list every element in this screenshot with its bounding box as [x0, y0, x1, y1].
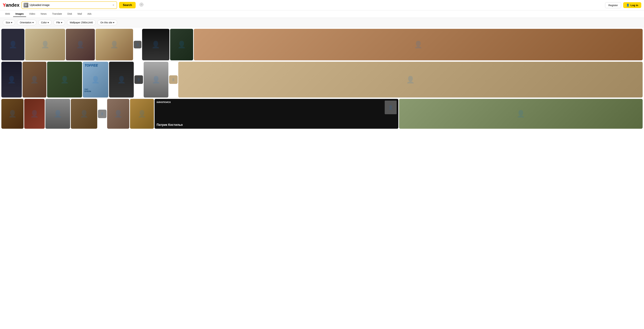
image-item-toffee[interactable]: Toffee ZACEFRON 👤: [83, 62, 108, 97]
toffee-text: Toffee: [84, 63, 98, 67]
svg-point-1: [141, 4, 142, 5]
filter-on-this-site[interactable]: On this site ▾: [98, 20, 117, 25]
image-item[interactable]: 👤: [25, 29, 65, 60]
image-item[interactable]: 👤: [107, 99, 129, 129]
kinopoisk-logo: КИНОПОИСК: [156, 101, 396, 103]
image-row-2: 👤 👤 👤 Toffee ZACEFRON 👤 👤 👤 👤 👤 👤: [1, 62, 643, 97]
chevron-down-icon: ▾: [61, 21, 62, 24]
image-item[interactable]: 👤: [144, 62, 168, 97]
kinopoisk-person-name: Патрик Костильо: [156, 123, 396, 127]
svg-point-0: [140, 3, 143, 6]
camera-search-button[interactable]: [138, 1, 145, 9]
nav-mail[interactable]: Mail: [75, 11, 84, 17]
logo-y: Y: [3, 2, 6, 8]
image-item[interactable]: 👤: [1, 62, 22, 97]
image-item-small[interactable]: 👤: [134, 75, 143, 84]
logo[interactable]: Yandex: [3, 2, 20, 8]
kinopoisk-card: КИНОПОИСК Патрик Костильо: [154, 99, 398, 129]
chevron-down-icon: ▾: [11, 21, 12, 24]
image-item[interactable]: 👤: [96, 29, 133, 60]
image-item[interactable]: 👤: [22, 62, 46, 97]
register-button[interactable]: Register: [605, 2, 621, 8]
kinopoisk-photo: 👤: [385, 101, 397, 114]
chevron-down-icon: ▾: [48, 21, 49, 24]
image-item[interactable]: 👤: [46, 99, 70, 129]
login-button[interactable]: 👤 Log in: [623, 2, 641, 8]
image-item[interactable]: 👤: [1, 99, 24, 129]
image-item[interactable]: 👤: [24, 99, 45, 129]
image-item[interactable]: 👤: [170, 29, 193, 60]
filter-color[interactable]: Color ▾: [38, 20, 52, 25]
nav-disk[interactable]: Disk: [65, 11, 74, 17]
chevron-down-icon: ▾: [113, 21, 114, 24]
thumbnail: 🖼: [24, 3, 28, 7]
image-grid: 👤 👤 👤 👤 👤 👤 👤 👤 👤 👤: [0, 27, 644, 131]
search-bar: 🖼 ×: [22, 1, 117, 9]
search-input[interactable]: [30, 3, 110, 7]
image-item-small[interactable]: 👤: [134, 41, 142, 48]
image-item[interactable]: 👤: [194, 29, 643, 60]
image-item[interactable]: 👤: [399, 99, 643, 129]
clear-button[interactable]: ×: [112, 3, 115, 7]
logo-andex: andex: [6, 2, 20, 8]
nav-video[interactable]: Video: [27, 11, 38, 17]
header: Yandex 🖼 × Search Register 👤 Log in: [0, 0, 644, 10]
filter-wallpaper[interactable]: Wallpaper 2560x1440: [67, 20, 96, 25]
image-item[interactable]: 👤: [130, 99, 154, 129]
nav-ads[interactable]: Ads: [85, 11, 94, 17]
image-row-1: 👤 👤 👤 👤 👤 👤 👤 👤: [1, 29, 643, 60]
image-item-kinopoisk[interactable]: КИНОПОИСК Патрик Костильо 👤: [154, 99, 398, 129]
chevron-down-icon: ▾: [32, 21, 34, 24]
image-item-small[interactable]: 👤: [98, 110, 106, 118]
search-button[interactable]: Search: [119, 2, 136, 8]
image-item-small[interactable]: 👤: [169, 75, 178, 84]
navigation: Web Images Video News Translate Disk Mai…: [0, 10, 644, 18]
image-item[interactable]: 👤: [66, 29, 95, 60]
image-row-3: 👤 👤 👤 👤 👤 👤 👤 КИНОПОИСК Патрик Костильо …: [1, 99, 643, 129]
image-item[interactable]: 👤: [178, 62, 643, 97]
image-item[interactable]: 👤: [1, 29, 24, 60]
user-icon: 👤: [626, 3, 630, 7]
image-item[interactable]: 👤: [71, 99, 97, 129]
filter-orientation[interactable]: Orientation ▾: [17, 20, 36, 25]
filter-file[interactable]: File ▾: [54, 20, 65, 25]
image-item[interactable]: 👤: [47, 62, 82, 97]
image-item[interactable]: 👤: [142, 29, 170, 60]
image-item[interactable]: 👤: [109, 62, 134, 97]
nav-news[interactable]: News: [38, 11, 49, 17]
filter-bar: Size ▾ Orientation ▾ Color ▾ File ▾ Wall…: [0, 18, 644, 27]
uploaded-image-icon: 🖼: [24, 3, 28, 7]
nav-images[interactable]: Images: [13, 11, 26, 17]
filter-size[interactable]: Size ▾: [3, 20, 15, 25]
nav-web[interactable]: Web: [3, 11, 12, 17]
nav-translate[interactable]: Translate: [50, 11, 64, 17]
